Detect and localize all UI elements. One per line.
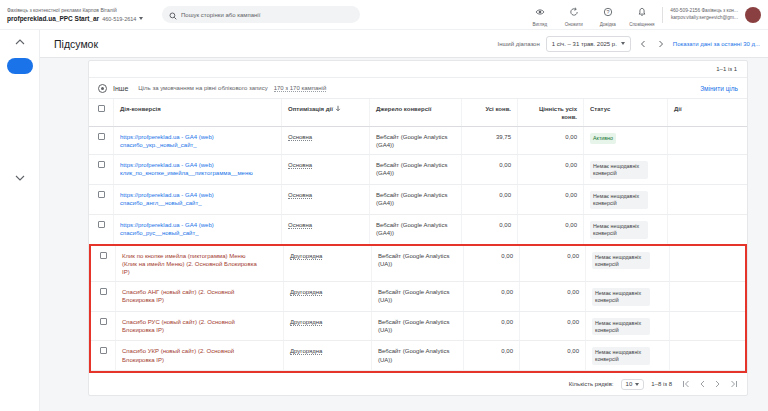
all-conv-cell: 0,00: [461, 215, 517, 244]
appearance-button[interactable]: Вигляд: [526, 3, 553, 27]
conversion-name[interactable]: Клик по кнопке имейла (пиктограмма) Меню…: [115, 246, 283, 281]
change-goal-link[interactable]: Змінити ціль: [700, 85, 738, 92]
sort-descending-icon: [335, 105, 341, 114]
help-icon: ?: [603, 3, 613, 21]
rows-per-page-select[interactable]: 10: [621, 379, 645, 390]
next-range-button[interactable]: [655, 36, 667, 52]
next-page-button[interactable]: [714, 380, 721, 388]
optimization-value[interactable]: Другорядна: [290, 319, 322, 326]
source-cell: Вебсайт (Google Analytics (UA)): [371, 341, 463, 370]
rows-per-page-label: Кількість рядків:: [569, 381, 614, 387]
conversion-name[interactable]: https://profpereklad.ua - GA4 (web)спаси…: [113, 127, 281, 154]
notifications-label: Сповіщення: [629, 22, 654, 27]
optimization-value[interactable]: Другорядна: [290, 253, 322, 260]
conversion-name[interactable]: https://profpereklad.ua - GA4 (web)клик_…: [113, 155, 281, 184]
refresh-button[interactable]: Оновити: [560, 3, 587, 27]
source-cell: Вебсайт (Google Analytics (GA4)): [369, 127, 461, 154]
show-last-30-days-link[interactable]: Показати дані за останні 30 д...: [673, 41, 760, 47]
avatar[interactable]: [745, 7, 761, 23]
conv-value-cell: 0,00: [519, 246, 585, 281]
table-header: Дія-конверсія Оптимізація дії Джерело ко…: [89, 99, 747, 127]
row-actions-cell: [669, 341, 745, 370]
source-cell: Вебсайт (Google Analytics (UA)): [371, 312, 463, 341]
conversion-name[interactable]: Спасибо УКР (новый сайт) (2. ОсновнойБло…: [115, 341, 283, 370]
column-source[interactable]: Джерело конверсії: [369, 99, 461, 126]
row-actions-cell: [669, 312, 745, 341]
table-footer: Кількість рядків: 10 1–8 із 8: [89, 372, 747, 395]
row-checkbox[interactable]: [98, 191, 105, 198]
optimization-value[interactable]: Основна: [288, 222, 312, 229]
status-badge: Немає нещодавніх конверсій: [592, 318, 650, 336]
row-checkbox[interactable]: [100, 288, 107, 295]
goal-name: Інше: [113, 85, 128, 92]
appearance-label: Вигляд: [532, 22, 547, 27]
left-sidebar: [0, 30, 40, 411]
column-conv-value[interactable]: Цінність усіх конв.: [517, 99, 583, 126]
row-checkbox[interactable]: [98, 221, 105, 228]
previous-page-button[interactable]: [699, 380, 706, 388]
row-checkbox[interactable]: [98, 161, 105, 168]
chevron-down-icon: [635, 383, 639, 386]
pager: [682, 380, 738, 388]
appearance-icon: [535, 3, 545, 21]
conv-value-cell: 0,00: [519, 312, 585, 341]
optimization-value[interactable]: Основна: [288, 162, 312, 169]
chevron-down-icon: [621, 42, 625, 45]
date-range-select[interactable]: 1 січ. – 31 трав. 2025 р.: [546, 36, 631, 52]
optimization-value[interactable]: Основна: [288, 192, 312, 199]
page-toolbar: Підсумок Інший діапазон 1 січ. – 31 трав…: [40, 30, 768, 58]
column-status[interactable]: Статус: [583, 99, 667, 126]
conv-value-cell: 0,00: [519, 341, 585, 370]
table-body: https://profpereklad.ua - GA4 (web)спаси…: [89, 127, 747, 244]
table-row: https://profpereklad.ua - GA4 (web)клик_…: [89, 155, 747, 185]
optimization-value[interactable]: Другорядна: [290, 289, 322, 296]
conversion-name[interactable]: Спасибо РУС (новый сайт) (2. ОсновнойБло…: [115, 312, 283, 341]
conv-value-cell: 0,00: [517, 185, 583, 214]
conversion-name[interactable]: Спасибо АНГ (новый сайт) (2. ОсновнойБло…: [115, 282, 283, 311]
row-checkbox[interactable]: [100, 318, 107, 325]
account-switcher[interactable]: profpereklad.ua_PPC Start_ar 460-519-261…: [7, 15, 160, 22]
profile-info: 460-509-2156 Фахівець з кон... karpov.vi…: [670, 8, 738, 20]
profile-email: karpov.vitaliy.sergeevich@gm...: [670, 15, 738, 21]
last-page-button[interactable]: [729, 380, 738, 388]
chevron-down-icon: [139, 17, 143, 20]
status-badge: Немає нещодавніх конверсій: [590, 191, 648, 209]
conversion-name[interactable]: https://profpereklad.ua - GA4 (web)спаси…: [113, 215, 281, 244]
row-checkbox[interactable]: [100, 252, 107, 259]
account-manager-label: Фахівець з контекстної реклами Карпов Ві…: [7, 7, 160, 13]
sidebar-item-selected[interactable]: [7, 58, 33, 74]
select-all-checkbox[interactable]: [98, 105, 105, 112]
notifications-button[interactable]: Сповіщення: [628, 3, 655, 27]
optimization-value[interactable]: Другорядна: [290, 348, 322, 355]
column-actions: Дії: [667, 99, 747, 126]
divider: [662, 7, 663, 23]
status-badge: Немає нещодавніх конверсій: [590, 221, 648, 239]
goal-header: Інше Ціль за умовчанням на рівні обліков…: [89, 78, 747, 99]
top-bar: Фахівець з контекстної реклами Карпов Ві…: [0, 0, 768, 30]
refresh-label: Оновити: [565, 22, 583, 27]
goal-campaigns-count[interactable]: 170 з 170 кампаній: [274, 85, 327, 92]
optimization-value[interactable]: Основна: [288, 134, 312, 141]
sidebar-collapse-button[interactable]: [0, 39, 39, 45]
search-input[interactable]: [181, 12, 353, 18]
conversion-name[interactable]: https://profpereklad.ua - GA4 (web)спаси…: [113, 185, 281, 214]
row-checkbox[interactable]: [98, 133, 105, 140]
previous-range-button[interactable]: [637, 36, 649, 52]
row-checkbox[interactable]: [100, 347, 107, 354]
column-conversion[interactable]: Дія-конверсія: [113, 99, 281, 126]
svg-text:?: ?: [606, 9, 609, 15]
help-button[interactable]: ? Довідка: [594, 3, 621, 27]
status-badge: Немає нещодавніх конверсій: [592, 347, 650, 365]
conv-value-cell: 0,00: [519, 282, 585, 311]
conv-value-cell: 0,00: [517, 155, 583, 184]
sidebar-expand-button[interactable]: [0, 175, 39, 181]
first-page-button[interactable]: [682, 380, 691, 388]
conv-value-cell: 0,00: [517, 215, 583, 244]
range-label: Інший діапазон: [498, 41, 540, 47]
global-search[interactable]: [162, 6, 360, 23]
source-cell: Вебсайт (Google Analytics (GA4)): [369, 185, 461, 214]
table-row: Спасибо АНГ (новый сайт) (2. ОсновнойБло…: [91, 282, 745, 312]
conversions-card: 1–1 із 1 Інше Ціль за умовчанням на рівн…: [88, 60, 748, 396]
column-optimization[interactable]: Оптимізація дії: [281, 99, 369, 126]
column-all-conv[interactable]: Усі конв.: [461, 99, 517, 126]
